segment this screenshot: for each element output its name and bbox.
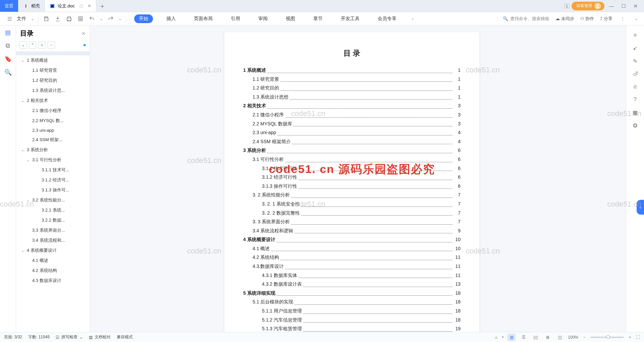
toc-row[interactable]: 3.1.3 操作可行性6 [243, 182, 461, 191]
toc-row[interactable]: 2.2 MYSQL 数据库3 [243, 119, 461, 128]
tab-document[interactable]: W 论文.doc ▢ ✕ [45, 0, 96, 12]
toc-row[interactable]: 3. 2. 2 数据完整性7 [243, 209, 461, 218]
window-index-badge[interactable]: 1 [564, 4, 570, 8]
focus-mode-icon[interactable]: ☼ [494, 335, 498, 340]
zoom-slider[interactable] [590, 337, 624, 338]
right-rail-select-icon[interactable]: ⮰ [633, 71, 638, 77]
outline-item[interactable]: 3.4 系统流程和... [16, 235, 90, 245]
ribbon-tab-start[interactable]: 开始 [134, 14, 153, 23]
zoom-label[interactable]: 100% [568, 335, 578, 340]
toc-row[interactable]: 2.4 SSM 框架简介4 [243, 137, 461, 146]
tab-daoke[interactable]: 稻壳 [18, 0, 45, 12]
outline-remove-button[interactable]: － [48, 41, 55, 49]
status-proofread[interactable]: ▤文档校对 [89, 334, 111, 340]
toc-row[interactable]: 5.1 后台模块的实现18 [243, 297, 461, 306]
outline-close-icon[interactable]: ✕ [82, 31, 86, 36]
window-close-button[interactable]: ✕ [631, 1, 641, 11]
toc-row[interactable]: 5.1.3 汽车租赁管理19 [243, 324, 461, 332]
search-rail-icon[interactable]: 🔍 [4, 69, 12, 76]
toc-row[interactable]: 4 系统概要设计10 [243, 235, 461, 244]
ribbon-tab-view[interactable]: 视图 [281, 14, 300, 23]
bookmark-rail-icon[interactable]: ⧉ [6, 42, 10, 49]
outline-item[interactable]: 3.2.1 系统... [16, 205, 90, 215]
guest-login-button[interactable]: 访客登录 [572, 2, 604, 10]
outline-item[interactable]: 3.3 系统界面分... [16, 225, 90, 235]
toc-row[interactable]: 2.3 uni-app4 [243, 128, 461, 137]
right-rail-tool-icon[interactable]: ✪ [633, 122, 637, 129]
zoom-in-button[interactable]: ＋ [628, 334, 632, 340]
undo-button[interactable] [86, 13, 98, 24]
outline-settings-icon[interactable]: ● [83, 42, 86, 48]
outline-item[interactable]: 1.2 研究目的 [16, 75, 90, 86]
outline-item[interactable]: 2.2 MYSQL 数... [16, 116, 90, 126]
save-button[interactable] [41, 13, 52, 24]
outline-expand-all-button[interactable]: ⌃ [29, 41, 36, 49]
toc-row[interactable]: 4.1 概述10 [243, 244, 461, 253]
sync-status[interactable]: ☁ 未同步 [555, 16, 574, 22]
outline-item[interactable]: 4.2 系统结构 [16, 266, 90, 276]
ribbon-tab-section[interactable]: 章节 [309, 14, 327, 23]
view-read-button[interactable]: ▯▯ [532, 334, 540, 341]
toc-row[interactable]: 2.1 微信小程序3 [243, 110, 461, 119]
toc-row[interactable]: 1.2 研究目的1 [243, 83, 461, 93]
window-maximize-button[interactable]: ☐ [619, 1, 629, 11]
outline-item[interactable]: 4.3 数据库设计 [16, 276, 90, 286]
outline-item[interactable]: 1.3 系统设计思... [16, 86, 90, 96]
toc-row[interactable]: 2 相关技术3 [243, 101, 461, 110]
file-menu-chevron-icon[interactable]: ⌄ [29, 16, 36, 21]
file-menu[interactable]: 文件 [17, 16, 26, 22]
right-rail-menu-icon[interactable]: ≡ [634, 32, 637, 38]
outline-item[interactable]: 3.1.1 技术可... [16, 165, 90, 175]
tab-home[interactable]: 首页 [0, 0, 18, 12]
ribbon-collapse-icon[interactable]: ⌄ [633, 16, 640, 21]
ribbon-tab-devtools[interactable]: 开发工具 [336, 14, 364, 23]
ribbon-tab-insert[interactable]: 插入 [162, 14, 180, 23]
ribbon-more-icon[interactable]: › [410, 16, 415, 21]
add-tab-button[interactable]: ＋ [96, 0, 108, 12]
status-spellcheck[interactable]: ☑拼写检查 ⌄ [56, 334, 83, 340]
toc-row[interactable]: 3. 2. 1 系统安全性7 [243, 199, 461, 209]
right-rail-image-icon[interactable]: ▦ [633, 109, 638, 116]
status-compat-mode[interactable]: 兼容模式 [117, 334, 133, 340]
outline-item[interactable]: 3.1.3 操作可... [16, 185, 90, 195]
outline-item[interactable]: ⌄1 系统概述 [16, 55, 90, 65]
outline-item[interactable]: 3.2.2 数据... [16, 215, 90, 225]
right-rail-pen-icon[interactable]: ✎ [633, 58, 637, 64]
toc-row[interactable]: 4.3.数据库设计11 [243, 262, 461, 271]
ribbon-tab-vip[interactable]: 会员专享 [373, 14, 401, 23]
right-rail-settings-icon[interactable]: ⎚ [634, 84, 637, 90]
outline-item[interactable]: 2.4 SSM 框架... [16, 135, 90, 145]
outline-item[interactable]: ⌄3.1 可行性分析 [16, 155, 90, 165]
toc-row[interactable]: 5 系统详细实现18 [243, 289, 461, 298]
outline-item[interactable]: ⌄3.2 系统性能分... [16, 195, 90, 205]
share-button[interactable]: ⤴ 分享 [600, 16, 612, 22]
outline-item[interactable]: 3.1.2 经济可... [16, 175, 90, 185]
print-button[interactable] [63, 13, 75, 24]
document-viewport[interactable]: 目 录 1 系统概述11.1 研究背景11.2 研究目的11.3 系统设计思想1… [90, 25, 614, 332]
outline-list[interactable]: ⌄1 系统概述1.1 研究背景1.2 研究目的1.3 系统设计思...⌄2 相关… [16, 51, 90, 332]
tab-close-icon[interactable]: ✕ [88, 3, 91, 8]
status-page[interactable]: 页面: 3/32 [4, 334, 22, 340]
ribbon-tab-layout[interactable]: 页面布局 [189, 14, 217, 23]
redo-button[interactable] [105, 13, 116, 24]
toc-row[interactable]: 5.1.1 用户信息管理18 [243, 306, 461, 316]
ribbon-kebab-icon[interactable]: ⋮ [619, 16, 627, 21]
right-rail-rocket-icon[interactable]: ➹ [633, 45, 637, 51]
toc-row[interactable]: 3. 3 系统界面分析7 [243, 217, 461, 226]
toc-row[interactable]: 1.1 研究背景1 [243, 75, 461, 84]
outline-item[interactable]: ⌄3 系统分析 [16, 145, 90, 155]
outline-add-button[interactable]: ＋ [38, 41, 46, 49]
fullscreen-icon[interactable]: ⛶ [636, 335, 640, 340]
outline-item[interactable]: 1.1 研究背景 [16, 65, 90, 75]
toc-row[interactable]: 3.1.2 经济可行性6 [243, 173, 461, 182]
view-full-button[interactable]: ◫ [556, 334, 564, 341]
ribbon-rail-icon[interactable]: 🔖 [4, 55, 12, 63]
toc-row[interactable]: 3 系统分析6 [243, 146, 461, 155]
toc-row[interactable]: 3.1.1 技术可行性6 [243, 164, 461, 173]
export-button[interactable] [52, 13, 63, 24]
toc-row[interactable]: 1.3 系统设计思想1 [243, 93, 461, 102]
hamburger-icon[interactable] [4, 13, 15, 24]
outline-item[interactable]: 2.3 uni-app [16, 126, 90, 135]
view-web-button[interactable]: ⊞ [544, 334, 552, 341]
print-preview-button[interactable] [75, 13, 86, 24]
